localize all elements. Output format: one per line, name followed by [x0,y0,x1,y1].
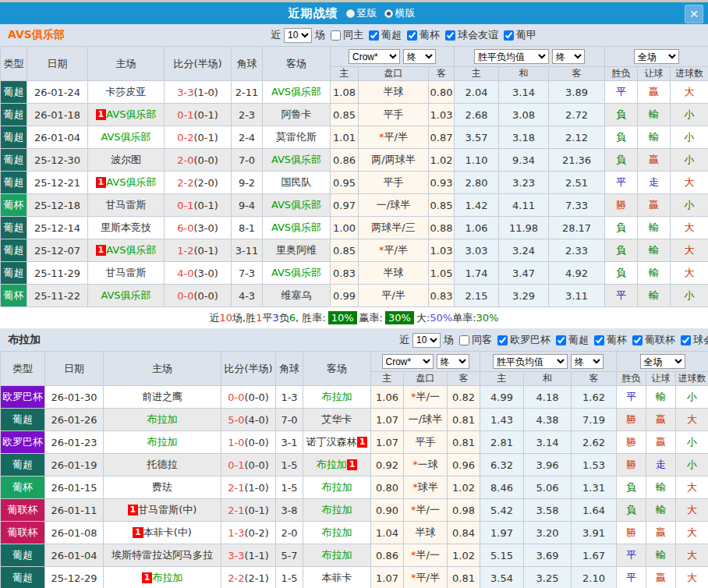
team-label: 维塞乌 [281,289,312,301]
close-button[interactable]: ✕ [685,5,703,23]
handicap-result-cell: 輸 [646,476,676,499]
league-filter-checkbox[interactable] [369,30,379,41]
league-filter-checkbox[interactable] [504,30,514,41]
match-row: 葡超25-11-29甘马雷斯4-0(3-0)7-3AVS俱乐部0.83半球1.0… [1,262,708,285]
result-cell: 負 [605,217,638,239]
score-cell: 1-2(0-1) [165,239,232,262]
layout-radio-group: 竖版 横版 [346,6,420,20]
rank-badge: 1 [357,437,368,448]
avg-home-cell: 2.15 [455,285,499,307]
league-filter-checkbox[interactable] [445,30,455,41]
away-odds-cell: 0.80 [429,81,455,104]
summary-segment: 场,胜 [232,311,256,325]
corners-cell: 3-11 [232,239,263,262]
halftime-score: (0-0) [244,459,268,471]
league-badge: 葡超 [1,149,27,172]
home-odds-cell: 1.01 [331,126,359,149]
handicap-result-cell: 走 [646,454,676,476]
league-filter-checkbox[interactable] [681,335,691,345]
league-filter-checkbox[interactable] [497,335,508,345]
avg-draw-cell: 3.47 [499,262,549,285]
home-odds-cell: 1.08 [331,81,359,104]
odds-stage-select[interactable]: 终 [437,354,469,369]
halftime-score: (3-0) [193,267,218,279]
goals-result-cell: 小 [671,194,708,217]
vertical-layout-label: 竖版 [357,6,377,20]
bookmaker-select[interactable]: Crow* [349,49,400,64]
horizontal-layout-radio[interactable] [384,9,393,18]
result-cell: 勝 [617,409,646,431]
fulltime-score: 2-2 [177,177,193,189]
rank-badge: 1 [96,109,107,120]
home-odds-cell: 1.07 [371,567,404,588]
result-cell: 負 [605,262,638,285]
dialog-title: 近期战绩 [289,6,338,21]
full-match-select[interactable]: 全场 [634,49,679,64]
match-row: 葡杯25-11-22AVS俱乐部0-0(0-0)4-3维塞乌0.99平/半0.8… [1,285,708,307]
team-label: 里斯本竞技 [101,221,151,233]
avg-away-cell: 2.10 [572,567,617,588]
league-filter-checkbox[interactable] [407,30,417,41]
avg-stage-select[interactable]: 终 [552,49,585,64]
avg-home-cell: 6.32 [480,454,524,476]
avg-type-select[interactable]: 胜平负均值 [493,354,568,369]
avg-group-header: 胜平负均值终 [480,352,617,372]
league-filter-checkbox[interactable] [556,335,566,345]
team-label: 布拉加 [322,504,352,515]
halftime-score: (0-0) [244,391,268,403]
avg-type-select[interactable]: 胜平负均值 [474,49,549,64]
result-cell: 平 [617,386,646,409]
handicap-cell: 半球 [359,262,429,285]
away-odds-cell: 1.05 [429,262,455,285]
league-filter-checkbox-label: 球会友谊 [693,333,708,347]
halftime-score: (1-1) [244,550,268,561]
vertical-layout-radio[interactable] [346,9,355,18]
date-cell: 25-12-14 [27,217,88,239]
league-filter-checkbox-label: 葡甲 [516,28,536,42]
games-count-select[interactable]: 10 [412,333,441,348]
fulltime-score: 1-3 [228,527,244,539]
sub-column-header: 客 [448,372,480,386]
home-team-cell: 布拉加 [104,409,221,431]
league-badge: 葡超 [1,217,27,239]
home-team-cell: 1AVS俱乐部 [88,104,165,126]
away-odds-cell: 0.96 [448,454,480,476]
away-team-cell: 诺丁汉森林1 [303,431,371,454]
rank-badge: 1 [128,505,139,515]
score-cell: 0-0(0-0) [165,285,232,307]
corners-cell: 2-4 [232,126,263,149]
halftime-score: (0-1) [193,200,218,211]
sub-column-header: 进球数 [671,67,708,81]
handicap-cell: *平/半 [404,567,448,588]
league-filter-checkbox[interactable] [594,335,604,345]
score-cell: 4-0(3-0) [165,262,232,285]
away-team-cell: 国民队 [263,172,331,194]
fulltime-score: 0-0 [177,290,193,302]
summary-segment: 平 [262,311,272,325]
away-odds-cell: 0.98 [448,499,480,522]
summary-segment: 近 [210,311,220,325]
bookmaker-select[interactable]: Crow* [382,354,434,369]
avg-stage-select[interactable]: 终 [571,354,604,369]
team-label: 布拉加 [322,481,352,493]
section-header: AVS俱乐部近10场同主葡超葡杯球会友谊葡甲 [0,24,708,46]
full-match-select[interactable]: 全场 [640,354,685,369]
halftime-score: (0-1) [193,132,218,143]
odds-stage-select[interactable]: 终 [403,49,436,64]
date-cell: 25-12-18 [27,194,88,217]
home-team-cell: 1AVS俱乐部 [88,239,165,262]
league-badge: 葡杯 [1,194,27,217]
games-count-select[interactable]: 10 [284,28,312,43]
away-team-cell: 艾华卡 [303,409,371,431]
team-label: AVS俱乐部 [271,221,321,233]
sub-column-header: 和 [499,67,549,81]
same-venue-checkbox[interactable] [331,30,341,41]
result-cell: 平 [605,172,638,194]
league-filter-checkbox[interactable] [632,335,643,345]
same-venue-checkbox[interactable] [459,335,469,345]
team-label: AVS俱乐部 [101,131,150,143]
avg-draw-cell: 3.14 [499,81,549,104]
avg-away-cell: 1.31 [572,476,617,499]
league-badge: 葡超 [1,104,27,126]
match-row: 葡超25-12-071AVS俱乐部1-2(0-1)3-11里奥阿维0.85*平/… [1,239,708,262]
